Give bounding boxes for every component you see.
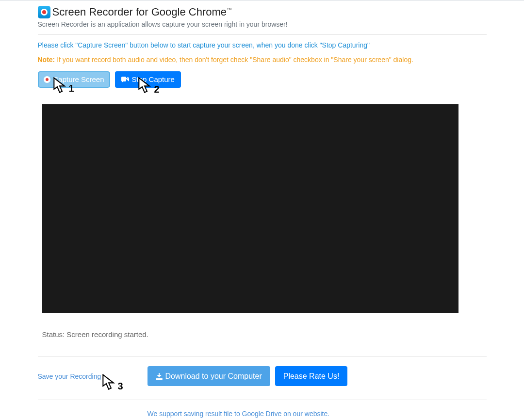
note-line: Note: If you want record both audio and … xyxy=(38,56,487,64)
note-text: If you want record both audio and video,… xyxy=(55,56,413,64)
record-icon xyxy=(44,76,50,83)
video-preview-area[interactable] xyxy=(42,104,458,313)
stop-button-label: Stop Capture xyxy=(132,75,175,84)
support-text: We support saving result file to Google … xyxy=(147,410,487,418)
capture-button-label: Capture Screen xyxy=(53,75,104,84)
save-row: Save your Recording Download to your Com… xyxy=(38,366,487,386)
rate-button-label: Please Rate Us! xyxy=(283,372,340,381)
annotation-label-1: 1 xyxy=(69,83,74,94)
instruction-text: Please click "Capture Screen" button bel… xyxy=(38,41,487,49)
footer-divider xyxy=(38,400,487,400)
annotation-label-2: 2 xyxy=(154,84,160,95)
section-divider xyxy=(38,356,487,356)
save-buttons: Download to your Computer Please Rate Us… xyxy=(147,366,348,386)
capture-button-row: Capture Screen Stop Capture 1 2 xyxy=(38,71,487,88)
title-text: Screen Recorder for Google Chrome xyxy=(52,6,227,18)
stop-capture-button[interactable]: Stop Capture xyxy=(115,71,181,88)
rate-us-button[interactable]: Please Rate Us! xyxy=(275,366,348,386)
save-recording-label: Save your Recording xyxy=(38,372,147,380)
download-button[interactable]: Download to your Computer xyxy=(147,366,270,386)
header: Screen Recorder for Google Chrome™ xyxy=(38,6,487,18)
status-text: Status: Screen recording started. xyxy=(42,330,487,339)
trademark-symbol: ™ xyxy=(227,7,232,13)
camera-off-icon xyxy=(121,76,129,83)
page-subtitle: Screen Recorder is an application allows… xyxy=(38,20,487,28)
header-divider xyxy=(38,34,487,34)
annotation-label-3: 3 xyxy=(118,381,123,392)
download-button-label: Download to your Computer xyxy=(165,372,262,381)
app-record-icon xyxy=(38,6,50,18)
main-container: Screen Recorder for Google Chrome™ Scree… xyxy=(38,1,487,418)
note-prefix: Note: xyxy=(38,56,55,64)
download-icon xyxy=(156,373,163,380)
page-title: Screen Recorder for Google Chrome™ xyxy=(52,6,232,18)
